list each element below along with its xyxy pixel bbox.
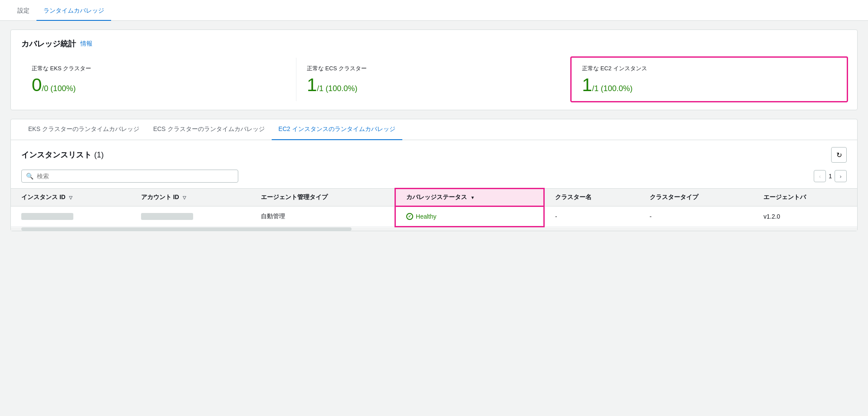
col-cluster-name: クラスター名 bbox=[544, 189, 639, 206]
prev-page-button[interactable]: ‹ bbox=[814, 170, 826, 182]
table-count: (1) bbox=[94, 151, 104, 160]
cell-account-id: xxxxxxxxxxxx bbox=[131, 206, 250, 227]
data-table: インスタンス ID ▽ アカウント ID ▽ エージェント管理タイプ bbox=[11, 188, 857, 227]
scrollbar-thumb[interactable] bbox=[21, 227, 352, 231]
search-input[interactable] bbox=[37, 173, 233, 180]
cell-cluster-name: - bbox=[544, 206, 639, 227]
status-healthy: Healthy bbox=[406, 213, 533, 220]
info-link[interactable]: 情報 bbox=[80, 40, 92, 48]
sub-tabs: EKS クラスターのランタイムカバレッジ ECS クラスターのランタイムカバレッ… bbox=[11, 119, 857, 140]
page-number: 1 bbox=[829, 173, 832, 180]
table-header-row: インスタンス ID ▽ アカウント ID ▽ エージェント管理タイプ bbox=[11, 189, 857, 206]
stat-ec2: 正常な EC2 インスタンス 1 /1 (100.0%) bbox=[570, 56, 848, 102]
col-account-id: アカウント ID ▽ bbox=[131, 189, 250, 206]
table-section: EKS クラスターのランタイムカバレッジ ECS クラスターのランタイムカバレッ… bbox=[10, 119, 858, 231]
sub-tab-ec2[interactable]: EC2 インスタンスのランタイムカバレッジ bbox=[272, 119, 402, 140]
tab-settings[interactable]: 設定 bbox=[10, 2, 36, 21]
table-row: i-xxxxxxxxxxxx xxxxxxxxxxxx 自動管理 Healthy bbox=[11, 206, 857, 227]
healthy-label: Healthy bbox=[416, 213, 436, 220]
top-tabs: 設定 ランタイムカバレッジ bbox=[0, 0, 868, 21]
col-instance-id: インスタンス ID ▽ bbox=[11, 189, 131, 206]
refresh-button[interactable]: ↻ bbox=[831, 147, 847, 163]
sort-icon-coverage: ▼ bbox=[470, 195, 475, 200]
stat-eks: 正常な EKS クラスター 0 /0 (100%) bbox=[21, 58, 296, 101]
stat-eks-label: 正常な EKS クラスター bbox=[32, 65, 286, 72]
stats-card: カバレッジ統計 情報 正常な EKS クラスター 0 /0 (100%) 正常な… bbox=[10, 29, 858, 110]
stat-ecs-sub: /1 (100.0%) bbox=[317, 84, 357, 93]
stats-card-header: カバレッジ統計 情報 bbox=[21, 39, 847, 49]
stat-ecs-main: 1 bbox=[307, 76, 317, 94]
sort-icon-account-id: ▽ bbox=[183, 195, 186, 200]
table-title-group: インスタンスリスト (1) bbox=[21, 150, 104, 160]
cell-agent-type: 自動管理 bbox=[250, 206, 395, 227]
table-header: インスタンスリスト (1) ↻ bbox=[11, 140, 857, 170]
sub-tab-eks[interactable]: EKS クラスターのランタイムカバレッジ bbox=[21, 119, 146, 140]
next-page-icon: › bbox=[840, 173, 842, 180]
prev-page-icon: ‹ bbox=[819, 173, 821, 180]
search-box: 🔍 bbox=[21, 170, 238, 183]
col-coverage-status: カバレッジステータス ▼ bbox=[395, 189, 544, 206]
stat-ecs-value: 1 /1 (100.0%) bbox=[307, 76, 561, 94]
col-agent-version: エージェントバ bbox=[753, 189, 857, 206]
stat-eks-main: 0 bbox=[32, 76, 42, 94]
main-content: カバレッジ統計 情報 正常な EKS クラスター 0 /0 (100%) 正常な… bbox=[0, 21, 868, 240]
stat-ec2-main: 1 bbox=[582, 76, 592, 94]
next-page-button[interactable]: › bbox=[835, 170, 847, 182]
instance-id-blurred: i-xxxxxxxxxxxx bbox=[21, 213, 73, 220]
horizontal-scrollbar[interactable] bbox=[11, 227, 857, 231]
healthy-icon bbox=[406, 213, 413, 220]
table-title: インスタンスリスト bbox=[21, 150, 92, 160]
account-id-blurred: xxxxxxxxxxxx bbox=[141, 213, 193, 220]
sub-tab-ecs[interactable]: ECS クラスターのランタイムカバレッジ bbox=[146, 119, 272, 140]
search-icon: 🔍 bbox=[26, 173, 33, 180]
stats-card-title: カバレッジ統計 bbox=[21, 39, 76, 49]
cell-instance-id: i-xxxxxxxxxxxx bbox=[11, 206, 131, 227]
page-wrapper: 設定 ランタイムカバレッジ カバレッジ統計 情報 正常な EKS クラスター 0… bbox=[0, 0, 868, 416]
refresh-icon: ↻ bbox=[836, 151, 842, 159]
stat-ec2-sub: /1 (100.0%) bbox=[592, 84, 632, 93]
col-agent-type: エージェント管理タイプ bbox=[250, 189, 395, 206]
cell-cluster-type: - bbox=[639, 206, 753, 227]
stat-ec2-label: 正常な EC2 インスタンス bbox=[582, 65, 836, 72]
stat-eks-sub: /0 (100%) bbox=[42, 84, 76, 93]
tab-runtime-coverage[interactable]: ランタイムカバレッジ bbox=[36, 2, 111, 21]
stat-ec2-value: 1 /1 (100.0%) bbox=[582, 76, 836, 94]
stats-grid: 正常な EKS クラスター 0 /0 (100%) 正常な ECS クラスター … bbox=[21, 58, 847, 101]
pagination: ‹ 1 › bbox=[814, 170, 847, 182]
stat-eks-value: 0 /0 (100%) bbox=[32, 76, 286, 94]
cell-coverage-status: Healthy bbox=[395, 206, 544, 227]
stat-ecs-label: 正常な ECS クラスター bbox=[307, 65, 561, 72]
cell-agent-version: v1.2.0 bbox=[753, 206, 857, 227]
stat-ecs: 正常な ECS クラスター 1 /1 (100.0%) bbox=[296, 58, 572, 101]
sort-icon-instance-id: ▽ bbox=[69, 195, 72, 200]
search-row: 🔍 ‹ 1 › bbox=[11, 170, 857, 188]
col-cluster-type: クラスタータイプ bbox=[639, 189, 753, 206]
